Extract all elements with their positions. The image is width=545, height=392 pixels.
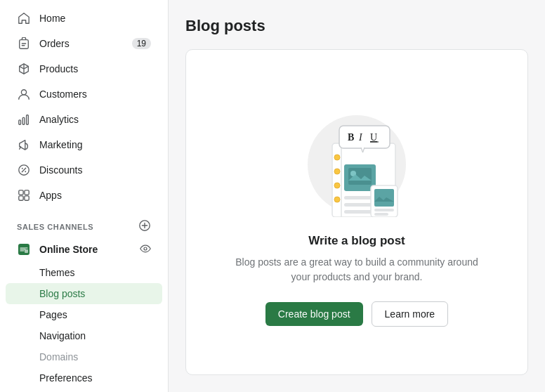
learn-more-button[interactable]: Learn more (372, 301, 449, 327)
navigation-label: Navigation (39, 330, 86, 341)
card-actions: Create blog post Learn more (265, 301, 448, 327)
customers-icon (17, 87, 31, 101)
sidebar-item-home[interactable]: Home (6, 6, 162, 31)
create-blog-post-button[interactable]: Create blog post (265, 302, 363, 326)
main-content: Blog posts (169, 0, 545, 392)
svg-rect-33 (339, 126, 390, 148)
sidebar-item-online-store[interactable]: Online Store (6, 237, 162, 262)
svg-point-20 (334, 183, 340, 188)
sales-channels-header: SALES CHANNELS (6, 211, 162, 237)
marketing-icon (17, 138, 31, 152)
add-sales-channel-icon[interactable] (138, 219, 151, 234)
svg-point-19 (334, 169, 340, 174)
svg-rect-28 (344, 210, 372, 214)
sidebar-item-preferences[interactable]: Preferences (6, 367, 162, 388)
svg-rect-31 (374, 209, 394, 211)
svg-rect-10 (19, 196, 23, 200)
page-title: Blog posts (185, 17, 528, 35)
svg-point-1 (21, 90, 26, 95)
sidebar-item-customers-label: Customers (39, 89, 87, 100)
sidebar-item-navigation[interactable]: Navigation (6, 325, 162, 346)
products-icon (17, 62, 31, 76)
discounts-icon (17, 163, 31, 177)
sales-channels-label: SALES CHANNELS (17, 223, 93, 231)
svg-rect-3 (22, 117, 25, 124)
sidebar-item-pages[interactable]: Pages (6, 304, 162, 325)
svg-rect-9 (25, 190, 29, 195)
analytics-icon (17, 112, 31, 126)
svg-point-6 (22, 168, 23, 169)
sidebar-item-apps[interactable]: Apps (6, 183, 162, 208)
empty-state-description: Blog posts are a great way to build a co… (230, 255, 483, 285)
empty-state-card: B I U Write a blog post Blog posts are a… (185, 49, 528, 375)
orders-badge: 19 (132, 38, 151, 49)
themes-label: Themes (39, 267, 75, 278)
sidebar-item-products[interactable]: Products (6, 56, 162, 81)
svg-rect-32 (374, 213, 388, 216)
sidebar-item-analytics-label: Analytics (39, 114, 79, 125)
sidebar-item-domains: Domains (6, 346, 162, 367)
sidebar-item-customers[interactable]: Customers (6, 81, 162, 107)
eye-icon[interactable] (140, 243, 151, 256)
sidebar-item-themes[interactable]: Themes (6, 262, 162, 283)
svg-rect-4 (27, 115, 29, 125)
empty-state-title: Write a blog post (308, 234, 405, 248)
orders-icon (17, 37, 31, 51)
online-store-label: Online Store (39, 244, 98, 255)
svg-text:B: B (348, 132, 354, 143)
sidebar-item-apps-label: Apps (39, 190, 62, 201)
preferences-label: Preferences (39, 372, 92, 384)
svg-rect-0 (20, 40, 29, 49)
sidebar: Home Orders 19 Products (0, 0, 169, 392)
svg-rect-14 (25, 249, 28, 253)
svg-rect-8 (19, 190, 23, 195)
sidebar-item-orders[interactable]: Orders 19 (6, 31, 162, 56)
sidebar-item-marketing[interactable]: Marketing (6, 132, 162, 157)
svg-point-15 (144, 247, 147, 250)
svg-rect-11 (25, 196, 29, 200)
svg-text:U: U (370, 132, 377, 143)
svg-point-18 (334, 155, 340, 160)
sidebar-item-blog-posts[interactable]: Blog posts (6, 283, 162, 304)
pages-label: Pages (39, 309, 67, 320)
blog-posts-label: Blog posts (39, 288, 85, 299)
sidebar-item-orders-label: Orders (39, 38, 70, 49)
svg-rect-2 (19, 120, 21, 124)
svg-rect-30 (374, 189, 394, 207)
sidebar-item-discounts-label: Discounts (39, 164, 82, 176)
sidebar-item-discounts[interactable]: Discounts (6, 157, 162, 183)
sidebar-item-marketing-label: Marketing (39, 139, 82, 150)
online-store-subnav: Themes Blog posts Pages Navigation Domai… (6, 262, 162, 388)
online-store-icon (17, 242, 31, 256)
home-icon (17, 11, 31, 25)
sidebar-item-home-label: Home (39, 13, 65, 24)
svg-rect-24 (348, 168, 372, 185)
sidebar-item-products-label: Products (39, 63, 78, 74)
sidebar-item-analytics[interactable]: Analytics (6, 107, 162, 132)
svg-point-7 (25, 171, 26, 172)
apps-icon (17, 188, 31, 202)
blog-illustration: B I U (294, 98, 420, 217)
domains-label: Domains (39, 351, 78, 362)
svg-point-21 (334, 197, 340, 202)
